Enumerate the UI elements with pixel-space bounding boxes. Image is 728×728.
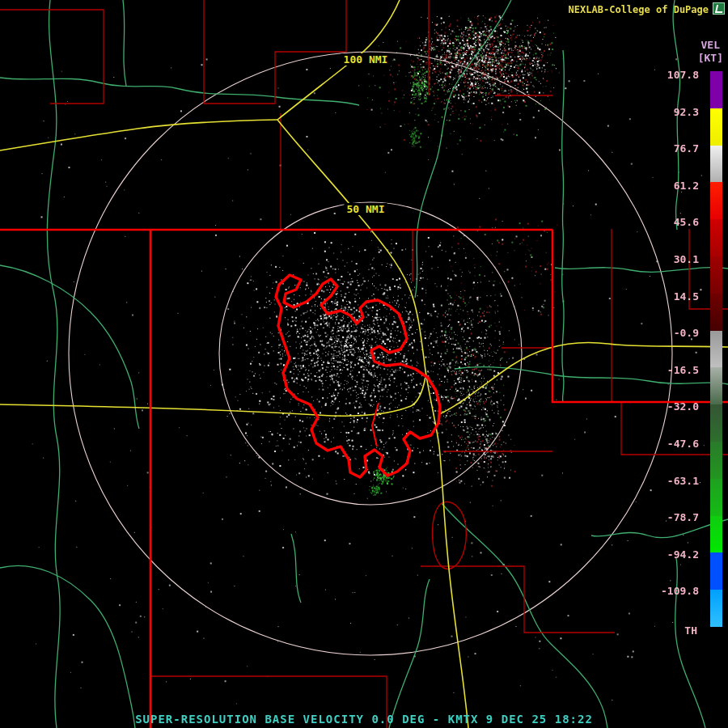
colorbar — [710, 71, 722, 627]
range-ring-50 — [219, 202, 522, 505]
river-lines — [0, 0, 728, 728]
status-bar: SUPER-RESOLUTION BASE VELOCITY 0.0 DEG -… — [0, 713, 728, 726]
colorbar-segment — [710, 182, 722, 219]
range-ring-100 — [69, 52, 672, 655]
colorbar-segment — [710, 367, 722, 404]
range-ring-label-50: 50 NMI — [345, 203, 387, 215]
county-boundary-lines — [0, 0, 728, 728]
colorbar-segment — [710, 146, 722, 183]
colorbar-segment — [710, 442, 722, 479]
colorbar-segment — [710, 552, 722, 590]
colorbar-segment — [710, 219, 722, 256]
colorbar-segment — [710, 479, 722, 516]
colorbar-segment — [710, 516, 722, 553]
colorbar-segment — [710, 256, 722, 294]
range-ring-label-100: 100 NMI — [341, 53, 391, 66]
antelope-island-outline — [372, 403, 379, 447]
colorbar-segment — [710, 108, 722, 146]
colorbar-segment — [710, 590, 722, 627]
colorbar-segment — [710, 294, 722, 331]
map-overlay — [0, 0, 728, 728]
colorbar-title: VEL — [701, 39, 720, 51]
cod-logo-icon — [713, 2, 725, 15]
colorbar-threshold-label: TH — [684, 624, 697, 637]
radar-display: 100 NMI 50 NMI NEXLAB-College of DuPage … — [0, 0, 728, 728]
colorbar-segment — [710, 331, 722, 368]
colorbar-units: [KT] — [698, 52, 723, 64]
colorbar-segment — [710, 71, 722, 108]
colorbar-segment — [710, 404, 722, 442]
highway-lines — [0, 0, 728, 728]
brand-text: NEXLAB-College of DuPage — [569, 4, 709, 15]
